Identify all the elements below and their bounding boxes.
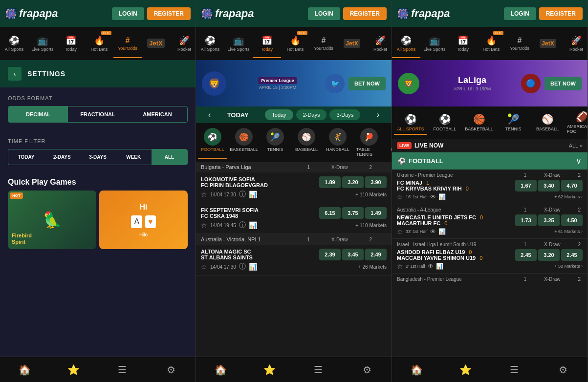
bottom-star-1[interactable]: ⭐ — [49, 357, 98, 382]
bet-now-btn-2[interactable]: BET NOW — [348, 77, 386, 90]
australia-odd3[interactable]: 4.50 — [561, 214, 583, 226]
bottom-home-3[interactable]: 🏠 — [392, 357, 441, 382]
cat-all-sports[interactable]: ⚽ ALL SPORTS — [394, 111, 427, 135]
match1-odd3[interactable]: 3.90 — [365, 176, 387, 188]
tab-all-sports-2[interactable]: ⚽ All Sports — [196, 29, 224, 58]
login-button-1[interactable]: LOGIN — [112, 7, 144, 20]
odds-american-btn[interactable]: AMERICAN — [128, 106, 187, 122]
israel-odd2[interactable]: 3.20 — [538, 249, 560, 261]
match3-odd3[interactable]: 2.49 — [365, 249, 387, 260]
sport-cricket-2[interactable]: 🏏 CRICKET — [386, 126, 392, 159]
match2-star[interactable]: ☆ — [201, 221, 207, 229]
sport-handball-2[interactable]: 🤾 HANDBALL — [323, 126, 352, 159]
tab-today-2[interactable]: 📅 Today — [253, 29, 281, 58]
sport-basketball-2[interactable]: 🏀 BASKETBALL — [229, 126, 259, 159]
back-button[interactable]: ‹ — [8, 67, 22, 81]
filter-today-btn[interactable]: Today — [265, 109, 293, 120]
sport-football-2[interactable]: ⚽ FOOTBALL — [198, 126, 227, 159]
tab-icon-hot-1: 🔥 — [94, 35, 105, 46]
bottom-settings-3[interactable]: ⚙ — [539, 357, 588, 382]
match2-odd2[interactable]: 3.75 — [342, 207, 364, 219]
tab-rocket-1[interactable]: 🚀 Rocket — [170, 29, 196, 58]
ukraine-star[interactable]: ☆ — [397, 193, 403, 201]
match3-odd1[interactable]: 2.39 — [319, 249, 341, 260]
bottom-star-3[interactable]: ⭐ — [441, 357, 490, 382]
match2-odd1[interactable]: 6.15 — [319, 207, 341, 219]
tab-jetx-1[interactable]: JetX — [142, 29, 170, 58]
cat-football[interactable]: ⚽ FOOTBALL — [428, 111, 461, 135]
ukraine-markets: + 62 Markets › — [554, 194, 583, 199]
tab-jetx-2[interactable]: JetX — [338, 29, 366, 58]
football-collapse-btn[interactable]: ∨ — [576, 156, 582, 166]
bottom-settings-2[interactable]: ⚙ — [343, 357, 392, 382]
australia-odd2[interactable]: 3.25 — [538, 214, 560, 226]
match1-odd2[interactable]: 3.20 — [342, 176, 364, 188]
bottom-settings-1[interactable]: ⚙ — [147, 357, 196, 382]
time-3days-btn[interactable]: 3-DAYS — [80, 149, 115, 165]
filter-3days-btn[interactable]: 3-Days — [329, 109, 360, 120]
ukraine-odd1[interactable]: 1.67 — [515, 180, 537, 191]
match3-meta: ☆ 14/04 17:30 ⓘ 📊 — [201, 262, 257, 271]
game-card-firebird[interactable]: HOT 🦜 FirebirdSpirit — [8, 191, 96, 249]
tab-hotbets-3[interactable]: HOT 🔥 Hot Bets — [477, 29, 505, 58]
time-week-btn[interactable]: WEEK — [116, 149, 152, 165]
bottom-home-1[interactable]: 🏠 — [0, 357, 49, 382]
bottom-menu-3[interactable]: ☰ — [490, 357, 539, 382]
tab-hotbets-1[interactable]: HOT 🔥 Hot Bets — [85, 29, 113, 58]
sport-tabletennis-2[interactable]: 🏓 TABLE TENNIS — [354, 126, 384, 159]
match1-odd1[interactable]: 1.89 — [319, 176, 341, 188]
tab-today-3[interactable]: 📅 Today — [449, 29, 477, 58]
ukraine-odd3[interactable]: 4.70 — [561, 180, 583, 191]
all-link[interactable]: ALL » — [569, 143, 583, 149]
cat-americanfoo[interactable]: 🏈 AMERICAN FOO — [565, 108, 588, 137]
tab-hotbets-2[interactable]: HOT 🔥 Hot Bets — [281, 29, 309, 58]
cat-basketball[interactable]: 🏀 BASKETBALL — [462, 111, 496, 135]
time-2days-btn[interactable]: 2-DAYS — [44, 149, 80, 165]
register-button-2[interactable]: REGISTER — [343, 7, 387, 20]
australia-odd1[interactable]: 1.73 — [515, 214, 537, 226]
odds-fractional-btn[interactable]: FRACTIONAL — [68, 106, 128, 122]
tab-live-1[interactable]: 📺 Live Sports — [28, 29, 57, 58]
time-all-btn[interactable]: ALL — [152, 149, 187, 165]
cat-baseball[interactable]: ⚾ BASEBALL — [531, 111, 564, 135]
tab-rocket-3[interactable]: 🚀 Rocket — [562, 29, 588, 58]
tab-yourodds-2[interactable]: # YourOdds — [309, 29, 338, 58]
tab-live-3[interactable]: 📺 Live Sports — [420, 29, 449, 58]
login-button-2[interactable]: LOGIN — [308, 7, 340, 20]
game-card-hilo[interactable]: Hi A ♥ Hilo — [99, 191, 188, 249]
bottom-home-2[interactable]: 🏠 — [196, 357, 245, 382]
tab-yourodds-3[interactable]: # YourOdds — [505, 29, 534, 58]
register-button-3[interactable]: REGISTER — [539, 7, 583, 20]
cat-tennis[interactable]: 🎾 TENNIS — [497, 111, 530, 135]
sport-baseball-2[interactable]: ⚾ BASEBALL — [292, 126, 321, 159]
filter-next-btn[interactable]: › — [377, 110, 379, 119]
time-today-btn[interactable]: TODAY — [8, 149, 44, 165]
match3-star[interactable]: ☆ — [201, 263, 207, 271]
tab-all-sports-3[interactable]: ⚽ All Sports — [392, 29, 420, 58]
israel-odd1[interactable]: 2.45 — [515, 249, 537, 261]
tab-live-2[interactable]: 📺 Live Sports — [224, 29, 253, 58]
bottom-star-2[interactable]: ⭐ — [245, 357, 294, 382]
match-row-israel-header: Israel - Israel Liga Leumit South U19 1 … — [392, 239, 588, 274]
match3-odd2[interactable]: 3.45 — [342, 249, 364, 260]
sport-tennis-2[interactable]: 🎾 TENNIS — [261, 126, 290, 159]
register-button-1[interactable]: REGISTER — [147, 7, 191, 20]
login-button-3[interactable]: LOGIN — [504, 7, 536, 20]
tab-yourodds-1[interactable]: # YourOdds — [113, 29, 142, 58]
australia-star[interactable]: ☆ — [397, 228, 403, 235]
filter-2days-btn[interactable]: 2-Days — [296, 109, 327, 120]
israel-star[interactable]: ☆ — [397, 262, 403, 270]
match2-odd3[interactable]: 1.49 — [365, 207, 387, 219]
tab-rocket-2[interactable]: 🚀 Rocket — [366, 29, 392, 58]
bet-now-btn-3[interactable]: BET NOW — [544, 77, 582, 90]
match1-star[interactable]: ☆ — [201, 191, 207, 198]
bottom-menu-1[interactable]: ☰ — [98, 357, 147, 382]
tab-jetx-3[interactable]: JetX — [534, 29, 562, 58]
tab-all-sports-1[interactable]: ⚽ All Sports — [0, 29, 28, 58]
tab-today-1[interactable]: 📅 Today — [57, 29, 85, 58]
ukraine-odd2[interactable]: 3.40 — [538, 180, 560, 191]
odds-decimal-btn[interactable]: DECIMAL — [8, 106, 68, 122]
bottom-menu-2[interactable]: ☰ — [294, 357, 343, 382]
filter-prev-btn[interactable]: ‹ — [208, 110, 211, 119]
israel-odd3[interactable]: 2.45 — [561, 249, 583, 261]
